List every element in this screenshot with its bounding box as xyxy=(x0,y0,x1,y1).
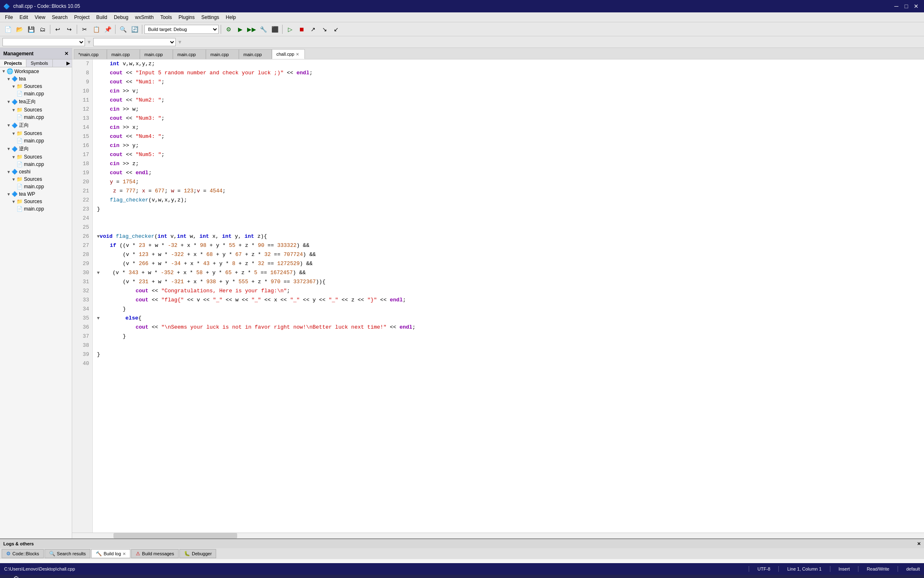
build-run-button[interactable]: ▶▶ xyxy=(246,24,257,35)
menu-search[interactable]: Search xyxy=(49,14,71,21)
tab-main4[interactable]: main.cpp xyxy=(173,49,206,59)
sep2 xyxy=(77,25,77,34)
tab-main5[interactable]: main.cpp xyxy=(206,49,239,59)
save-all-button[interactable]: 🗂 xyxy=(37,24,48,35)
code-line-35: ▼ else{ xyxy=(97,314,920,323)
sidebar-content[interactable]: ▼ 🌐 Workspace ▼ 🔷 tea ▼ 📁 Sources 📄 main… xyxy=(0,67,72,538)
function-select[interactable] xyxy=(93,38,176,46)
close-button[interactable]: ✕ xyxy=(912,2,921,11)
build-button[interactable]: ⚙ xyxy=(223,24,234,35)
tab-main2[interactable]: main.cpp xyxy=(107,49,140,59)
replace-button[interactable]: 🔄 xyxy=(129,24,140,35)
step-out[interactable]: ↙ xyxy=(331,24,342,35)
sidebar: Management ✕ Projects Symbols ▶ ▼ 🌐 Work… xyxy=(0,48,72,538)
code-line-10: cin >> v; xyxy=(97,87,920,96)
paste-button[interactable]: 📌 xyxy=(102,24,113,35)
sidebar-nav-right[interactable]: ▶ xyxy=(65,59,72,67)
tab-projects[interactable]: Projects xyxy=(0,59,26,67)
toolbar: 📄 📂 💾 🗂 ↩ ↪ ✂ 📋 📌 🔍 🔄 Build target: Debu… xyxy=(0,22,924,36)
menu-wxsmith[interactable]: wxSmith xyxy=(132,14,157,21)
tree-tea-main[interactable]: 📄 main.cpp xyxy=(0,90,72,97)
horizontal-scrollbar[interactable] xyxy=(72,533,924,538)
tree-tean-main[interactable]: 📄 main.cpp xyxy=(0,114,72,121)
code-line-25 xyxy=(97,223,920,232)
bottom-tab-search[interactable]: 🔍 Search results xyxy=(45,549,90,558)
step-into[interactable]: ↘ xyxy=(319,24,330,35)
build-target-select[interactable]: Build target: Debug xyxy=(144,25,219,34)
tree-tea-sources[interactable]: ▼ 📁 Sources xyxy=(0,83,72,90)
code-line-21: z = 777; x = 677; w = 123;v = 4544; xyxy=(97,187,920,196)
menu-plugins[interactable]: Plugins xyxy=(175,14,198,21)
menu-help[interactable]: Help xyxy=(222,14,239,21)
tree-tea[interactable]: ▼ 🔷 tea xyxy=(0,75,72,83)
tree-workspace[interactable]: ▼ 🌐 Workspace xyxy=(0,67,72,75)
tab-close-chall[interactable]: ✕ xyxy=(296,52,299,57)
menu-view[interactable]: View xyxy=(31,14,49,21)
menu-tools[interactable]: Tools xyxy=(157,14,175,21)
tree-nx-main[interactable]: 📄 main.cpp xyxy=(0,161,72,168)
copy-button[interactable]: 📋 xyxy=(91,24,101,35)
new-button[interactable]: 📄 xyxy=(2,24,13,35)
tree-zx-sources[interactable]: ▼ 📁 Sources xyxy=(0,130,72,137)
step-next[interactable]: ↗ xyxy=(308,24,318,35)
tab-symbols[interactable]: Symbols xyxy=(26,59,52,67)
tree-nx-sources[interactable]: ▼ 📁 Sources xyxy=(0,153,72,161)
tree-zx[interactable]: ▼ 🔷 正向 xyxy=(0,121,72,130)
run-button[interactable]: ▶ xyxy=(235,24,245,35)
code-line-23: } xyxy=(97,205,920,214)
sidebar-tabs: Projects Symbols ▶ xyxy=(0,59,72,67)
code-line-31: (v * 231 + w * -321 + x * 938 + y * 555 … xyxy=(97,277,920,287)
find-button[interactable]: 🔍 xyxy=(118,24,128,35)
menubar: File Edit View Search Project Build Debu… xyxy=(0,12,924,22)
status-path: C:\Users\Lenovo\Desktop\chall.cpp xyxy=(4,566,740,571)
tree-ceshi-main[interactable]: 📄 main.cpp xyxy=(0,183,72,190)
tab-main6[interactable]: main.cpp xyxy=(239,49,272,59)
status-position: Line 1, Column 1 xyxy=(787,566,821,571)
debug-stop[interactable]: ⏹ xyxy=(296,24,307,35)
tab-chall[interactable]: chall.cpp ✕ xyxy=(272,49,305,59)
save-button[interactable]: 💾 xyxy=(26,24,36,35)
sep6 xyxy=(282,25,283,34)
tab-main3[interactable]: main.cpp xyxy=(140,49,173,59)
open-button[interactable]: 📂 xyxy=(14,24,25,35)
main-layout: Management ✕ Projects Symbols ▶ ▼ 🌐 Work… xyxy=(0,48,924,538)
tree-ceshi[interactable]: ▼ 🔷 ceshi xyxy=(0,168,72,175)
window-title: chall.cpp - Code::Blocks 10.05 xyxy=(13,3,80,9)
bottom-tab-buildlog[interactable]: 🔨 Build log ✕ xyxy=(91,549,130,558)
sidebar-close[interactable]: ✕ xyxy=(64,51,68,57)
code-line-37: } xyxy=(97,332,920,341)
maximize-button[interactable]: □ xyxy=(902,2,911,11)
sep5 xyxy=(221,25,221,34)
file-select[interactable] xyxy=(2,38,85,46)
minimize-button[interactable]: ─ xyxy=(892,2,901,11)
redo-button[interactable]: ↪ xyxy=(64,24,75,35)
tree-teawp[interactable]: ▼ 🔷 tea WP xyxy=(0,190,72,198)
menu-settings[interactable]: Settings xyxy=(198,14,222,21)
tree-teawp-sources[interactable]: ▼ 📁 Sources xyxy=(0,198,72,205)
cut-button[interactable]: ✂ xyxy=(79,24,90,35)
tree-ceshi-sources[interactable]: ▼ 📁 Sources xyxy=(0,175,72,183)
debug-run[interactable]: ▷ xyxy=(285,24,295,35)
tree-nx[interactable]: ▼ 🔷 逆向 xyxy=(0,144,72,153)
bottom-tab-codeblocks[interactable]: ⚙ Code::Blocks xyxy=(2,549,44,558)
code-editor[interactable]: 78910 11121314 15161718 19202122 2324252… xyxy=(72,59,924,533)
menu-file[interactable]: File xyxy=(2,14,16,21)
menu-edit[interactable]: Edit xyxy=(16,14,31,21)
menu-build[interactable]: Build xyxy=(93,14,111,21)
stop-button[interactable]: ⬛ xyxy=(269,24,280,35)
tab-main1[interactable]: *main.cpp xyxy=(74,49,107,59)
bottom-panel-close[interactable]: ✕ xyxy=(917,541,921,547)
bottom-tab-buildmsg[interactable]: ⚠ Build messages xyxy=(131,549,179,558)
tree-zx-main[interactable]: 📄 main.cpp xyxy=(0,137,72,144)
code-line-18: cin >> z; xyxy=(97,159,920,168)
code-content[interactable]: int v,w,x,y,z; cout << "Input 5 random n… xyxy=(93,59,924,533)
menu-debug[interactable]: Debug xyxy=(111,14,132,21)
tree-teawp-main[interactable]: 📄 main.cpp xyxy=(0,205,72,213)
tree-tean[interactable]: ▼ 🔷 tea正向 xyxy=(0,97,72,106)
tree-tean-sources[interactable]: ▼ 📁 Sources xyxy=(0,106,72,114)
menu-project[interactable]: Project xyxy=(71,14,93,21)
bottom-tab-buildlog-close[interactable]: ✕ xyxy=(123,552,126,556)
rebuild-button[interactable]: 🔧 xyxy=(258,24,269,35)
bottom-tab-debugger[interactable]: 🐛 Debugger xyxy=(179,549,216,558)
undo-button[interactable]: ↩ xyxy=(52,24,63,35)
